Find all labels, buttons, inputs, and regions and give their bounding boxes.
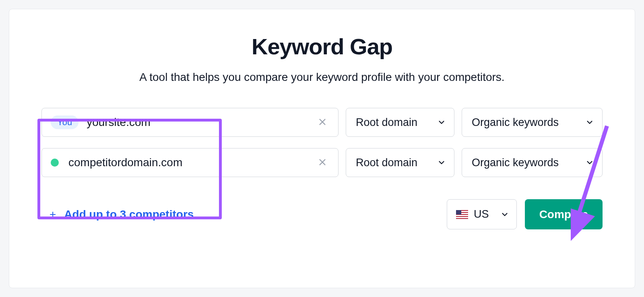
- clear-competitor-domain-icon[interactable]: [316, 156, 329, 169]
- domain-row-you: You yoursite.com Root domain Organic key…: [41, 108, 603, 137]
- competitor-scope-dropdown[interactable]: Root domain: [346, 148, 454, 177]
- chevron-down-icon: [500, 210, 509, 219]
- clear-your-domain-icon[interactable]: [316, 116, 329, 129]
- your-domain-text: yoursite.com: [87, 116, 316, 129]
- your-domain-input[interactable]: You yoursite.com: [41, 108, 339, 137]
- your-keywords-dropdown[interactable]: Organic keywords: [462, 108, 603, 137]
- us-flag-icon: [456, 210, 468, 219]
- competitor-dot-icon: [51, 159, 59, 167]
- your-scope-dropdown[interactable]: Root domain: [346, 108, 454, 137]
- chevron-down-icon: [437, 118, 446, 127]
- chevron-down-icon: [585, 158, 594, 167]
- plus-icon: +: [50, 208, 56, 221]
- compare-button[interactable]: Compare: [525, 199, 603, 229]
- you-badge: You: [51, 116, 78, 129]
- country-select[interactable]: US: [447, 199, 517, 229]
- domain-rows: You yoursite.com Root domain Organic key…: [41, 108, 603, 177]
- your-scope-label: Root domain: [356, 116, 417, 129]
- competitor-domain-text: competitordomain.com: [68, 156, 316, 169]
- domain-row-competitor: competitordomain.com Root domain Organic…: [41, 148, 603, 177]
- page-title: Keyword Gap: [41, 33, 603, 60]
- add-competitors-label: Add up to 3 competitors: [64, 208, 194, 221]
- keyword-gap-card: Keyword Gap A tool that helps you compar…: [9, 9, 635, 288]
- competitor-keywords-label: Organic keywords: [472, 157, 559, 169]
- chevron-down-icon: [585, 118, 594, 127]
- competitor-domain-input[interactable]: competitordomain.com: [41, 148, 339, 177]
- bottom-controls: + Add up to 3 competitors US Compare: [41, 199, 603, 229]
- competitor-keywords-dropdown[interactable]: Organic keywords: [462, 148, 603, 177]
- page-subtitle: A tool that helps you compare your keywo…: [41, 71, 603, 84]
- competitor-scope-label: Root domain: [356, 157, 417, 169]
- your-keywords-label: Organic keywords: [472, 116, 559, 129]
- country-code: US: [474, 208, 489, 221]
- add-competitors-link[interactable]: + Add up to 3 competitors: [41, 208, 194, 221]
- chevron-down-icon: [437, 158, 446, 167]
- right-controls: US Compare: [447, 199, 603, 229]
